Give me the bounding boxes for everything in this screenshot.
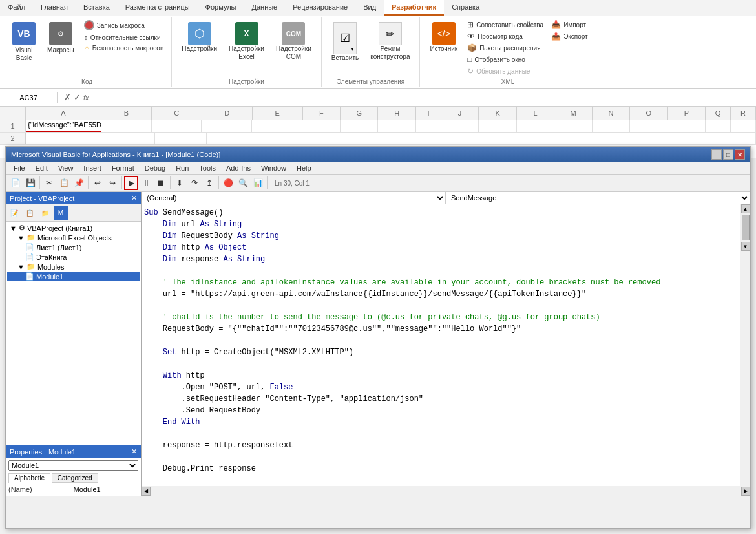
cell-D1[interactable] xyxy=(202,120,252,132)
vba-props-tab-categorized[interactable]: Categorized xyxy=(52,473,98,483)
tab-page-layout[interactable]: Разметка страницы xyxy=(118,0,198,16)
excel-objects-folder[interactable]: ▼ 📁 Microsoft Excel Objects xyxy=(7,233,140,242)
cell-L1[interactable] xyxy=(517,120,554,132)
cell-D2[interactable] xyxy=(207,133,258,144)
insert-control-button[interactable]: ☑ ▼ Вставить xyxy=(327,19,363,65)
export-button[interactable]: 📤 Экспорт xyxy=(549,30,591,42)
tb-breakpoint[interactable]: 🔴 xyxy=(221,176,235,190)
col-header-J[interactable]: J xyxy=(441,107,479,120)
relative-refs-button[interactable]: ↕ Относительные ссылки xyxy=(81,32,167,43)
cell-N1[interactable] xyxy=(593,120,630,132)
com-addins-button[interactable]: COM НадстройкиCOM xyxy=(271,19,316,64)
confirm-formula-icon[interactable]: ✓ xyxy=(74,92,81,102)
vba-minimize-btn[interactable]: − xyxy=(711,149,722,160)
vba-menu-addins[interactable]: Add-Ins xyxy=(221,163,256,173)
cell-J1[interactable] xyxy=(441,120,479,132)
col-header-C[interactable]: C xyxy=(152,107,202,120)
tb-redo[interactable]: ↪ xyxy=(105,176,120,190)
vba-menu-view[interactable]: View xyxy=(53,163,79,173)
cell-G1[interactable] xyxy=(341,120,378,132)
tb-undo[interactable]: ↩ xyxy=(90,176,105,190)
vba-scrollbar-v[interactable]: ▲ ▼ xyxy=(740,204,750,486)
import-button[interactable]: 📥 Импорт xyxy=(549,19,591,30)
refresh-data-button[interactable]: ↻ Обновить данные xyxy=(465,65,546,77)
col-header-R[interactable]: R xyxy=(731,107,756,120)
addins-button[interactable]: ⬡ Надстройки xyxy=(177,19,222,56)
cell-F1[interactable] xyxy=(302,120,340,132)
cell-H1[interactable] xyxy=(378,120,415,132)
map-properties-button[interactable]: ⊞ Сопоставить свойства xyxy=(465,19,546,30)
vba-menu-edit[interactable]: Edit xyxy=(30,163,53,173)
tab-formulas[interactable]: Формулы xyxy=(198,0,244,16)
col-header-L[interactable]: L xyxy=(517,107,554,120)
tab-help[interactable]: Справка xyxy=(444,0,487,16)
record-macro-button[interactable]: Запись макроса xyxy=(81,19,167,32)
show-window-button[interactable]: □ Отобразить окно xyxy=(465,54,546,65)
vba-sendmessage-dropdown[interactable]: SendMessage xyxy=(446,192,750,204)
sheet1-item[interactable]: 📄 Лист1 (Лист1) xyxy=(7,242,140,252)
vba-menu-insert[interactable]: Insert xyxy=(78,163,107,173)
tb-paste[interactable]: 📌 xyxy=(72,176,86,190)
name-box[interactable] xyxy=(3,92,54,103)
vba-menu-help[interactable]: Help xyxy=(291,163,317,173)
vba-props-tab-alphabetic[interactable]: Alphabetic xyxy=(8,473,50,483)
module1-item[interactable]: 📄 Module1 xyxy=(7,272,140,281)
tb-run[interactable]: ▶ xyxy=(124,176,138,190)
tb-toggle-modules[interactable]: M xyxy=(54,206,68,220)
cell-B2[interactable] xyxy=(103,133,155,144)
scroll-thumb[interactable] xyxy=(742,215,750,240)
tb-step-out[interactable]: ↥ xyxy=(202,176,216,190)
col-header-O[interactable]: O xyxy=(630,107,667,120)
macro-security-button[interactable]: ⚠ Безопасность макросов xyxy=(81,43,167,53)
cell-K1[interactable] xyxy=(479,120,516,132)
cell-E1[interactable] xyxy=(252,120,302,132)
col-header-M[interactable]: M xyxy=(554,107,592,120)
col-header-Q[interactable]: Q xyxy=(706,107,731,120)
excel-addins-button[interactable]: X НадстройкиExcel xyxy=(224,19,269,64)
cell-C2[interactable] xyxy=(155,133,207,144)
vba-props-close[interactable]: ✕ xyxy=(131,447,137,456)
col-header-B[interactable]: B xyxy=(101,107,152,120)
vba-props-module-select[interactable]: Module1 xyxy=(8,460,138,471)
col-header-N[interactable]: N xyxy=(593,107,630,120)
tab-file[interactable]: Файл xyxy=(0,0,33,16)
cell-I1[interactable] xyxy=(416,120,441,132)
preview-code-button[interactable]: 👁 Просмотр кода xyxy=(465,30,546,42)
tb-pause[interactable]: ⏸ xyxy=(139,176,153,190)
col-header-A[interactable]: A xyxy=(26,107,101,120)
tb-view-code[interactable]: 📝 xyxy=(7,206,21,220)
scroll-left-btn[interactable]: ◀ xyxy=(142,487,151,496)
tb-locals[interactable]: 📊 xyxy=(251,176,265,190)
vba-project-close[interactable]: ✕ xyxy=(131,194,137,202)
expand-packs-button[interactable]: 📦 Пакеты расширения xyxy=(465,42,546,54)
cell-C1[interactable] xyxy=(152,120,202,132)
cell-P1[interactable] xyxy=(667,120,705,132)
scroll-up-btn[interactable]: ▲ xyxy=(741,204,750,213)
vba-menu-debug[interactable]: Debug xyxy=(140,163,171,173)
thisworkbook-item[interactable]: 📄 ЭтаКнига xyxy=(7,252,140,262)
col-header-P[interactable]: P xyxy=(668,107,706,120)
vba-menu-file[interactable]: File xyxy=(8,163,30,173)
cell-Q1[interactable] xyxy=(706,120,731,132)
col-header-K[interactable]: K xyxy=(479,107,516,120)
cell-A1[interactable]: {"idMessage":"BAE55D8F2FC9521F"} xyxy=(26,120,101,132)
scroll-down-btn[interactable]: ▼ xyxy=(741,242,750,251)
vba-general-dropdown[interactable]: (General) xyxy=(142,192,446,204)
cancel-formula-icon[interactable]: ✗ xyxy=(64,92,71,102)
col-header-F[interactable]: F xyxy=(303,107,341,120)
vba-menu-tools[interactable]: Tools xyxy=(194,163,221,173)
scroll-right-btn[interactable]: ▶ xyxy=(741,487,750,496)
col-header-I[interactable]: I xyxy=(416,107,441,120)
tb-watch[interactable]: 🔍 xyxy=(236,176,250,190)
cell-rest-2[interactable] xyxy=(310,133,756,144)
cell-R1[interactable] xyxy=(731,120,756,132)
tab-data[interactable]: Данные xyxy=(244,0,285,16)
vba-close-btn[interactable]: ✕ xyxy=(735,149,745,160)
source-button[interactable]: </> Источник xyxy=(425,19,462,56)
cell-M1[interactable] xyxy=(554,120,592,132)
tb-save[interactable]: 💾 xyxy=(23,176,37,190)
tb-step-into[interactable]: ⬇ xyxy=(173,176,187,190)
insert-function-icon[interactable]: fx xyxy=(83,94,89,101)
col-header-E[interactable]: E xyxy=(253,107,303,120)
tb-new[interactable]: 📄 xyxy=(8,176,23,190)
